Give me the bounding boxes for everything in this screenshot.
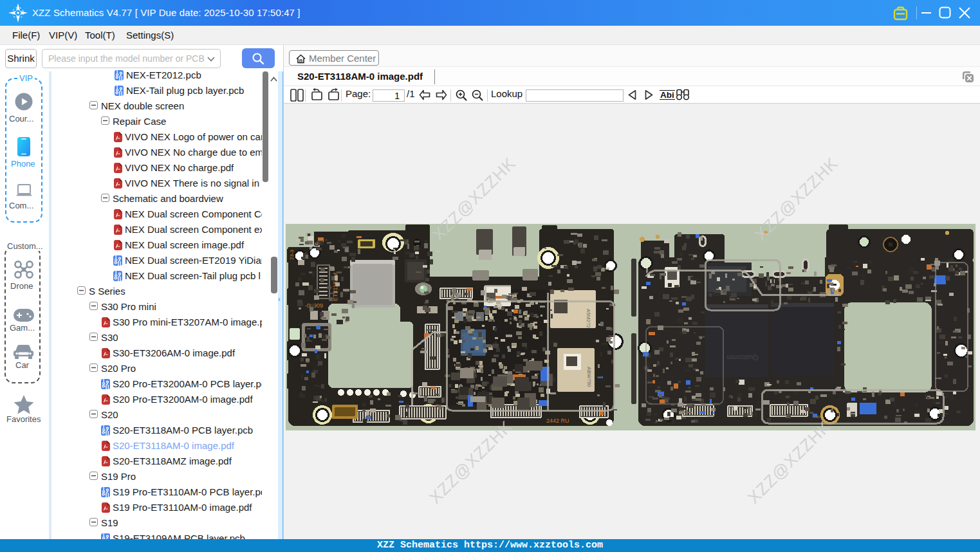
svg-text:Qualcomm: Qualcomm — [727, 354, 758, 361]
svg-text:A5M272: A5M272 — [586, 309, 591, 328]
svg-text:23-3: 23-3 — [289, 249, 295, 260]
svg-text:2442 RU: 2442 RU — [546, 418, 569, 424]
svg-text:ABW750: ABW750 — [586, 367, 592, 387]
